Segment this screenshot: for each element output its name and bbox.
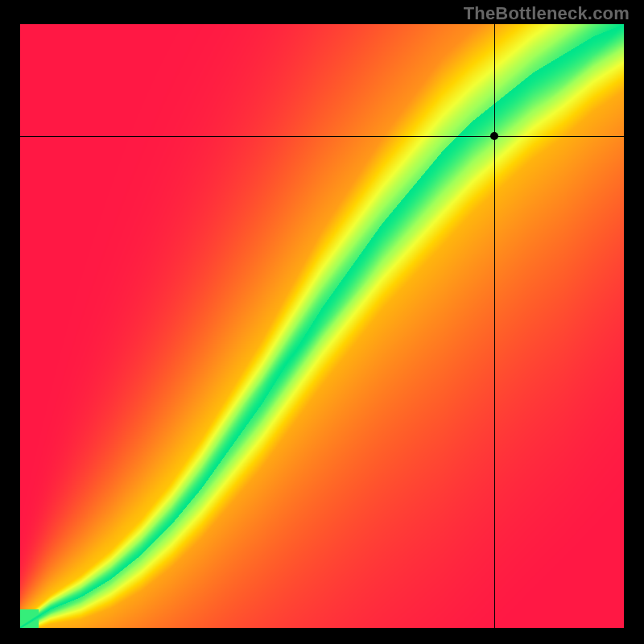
heatmap-plot bbox=[20, 24, 624, 628]
page: TheBottleneck.com bbox=[0, 0, 644, 644]
crosshair-horizontal bbox=[20, 136, 624, 137]
watermark-text: TheBottleneck.com bbox=[464, 3, 630, 24]
crosshair-vertical bbox=[494, 24, 495, 628]
marker-point bbox=[490, 132, 498, 140]
heatmap-canvas bbox=[20, 24, 624, 628]
